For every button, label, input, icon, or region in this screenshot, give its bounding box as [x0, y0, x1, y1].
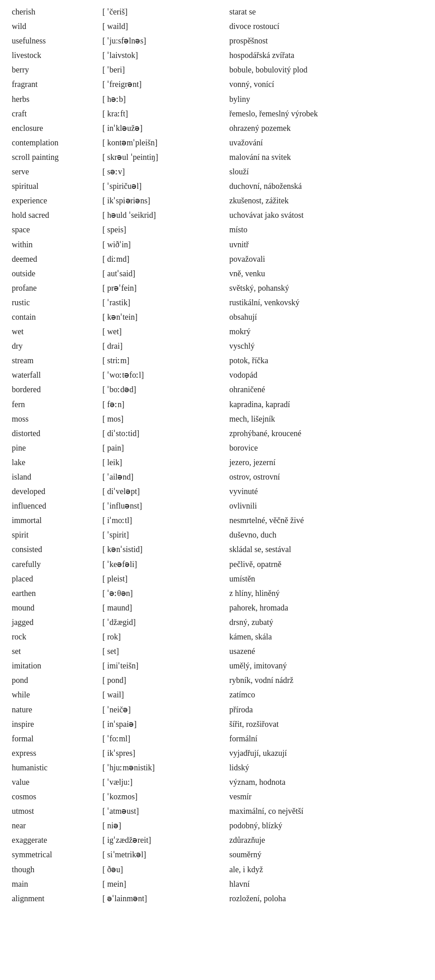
word-cell: fern	[9, 397, 100, 412]
table-row: formal[ ˈfoːml]formální	[9, 731, 426, 746]
table-row: humanistic[ ˈhjuːmənistik]lidský	[9, 760, 426, 775]
word-cell: within	[9, 237, 100, 252]
table-row: serve[ səːv]slouží	[9, 164, 426, 179]
word-cell: carefully	[9, 557, 100, 572]
translation-cell: vyschlý	[227, 339, 426, 353]
word-cell: hold sacred	[9, 208, 100, 222]
table-row: enclosure[ inˈkləužə]ohrazený pozemek	[9, 121, 426, 135]
table-row: wild[ waild]divoce rostoucí	[9, 19, 426, 34]
translation-cell: rybník, vodní nádrž	[227, 673, 426, 687]
pronunciation-cell: [ drai]	[100, 339, 227, 353]
word-cell: moss	[9, 412, 100, 426]
table-row: cherish[ ˈčeriš]starat se	[9, 5, 426, 19]
translation-cell: divoce rostoucí	[227, 19, 426, 34]
table-row: utmost[ ˈatməust]maximální, co největší	[9, 804, 426, 818]
translation-cell: duchovní, náboženská	[227, 179, 426, 193]
table-row: set[ set]usazené	[9, 644, 426, 658]
translation-cell: podobný, blízký	[227, 818, 426, 833]
word-cell: developed	[9, 484, 100, 499]
pronunciation-cell: [ ˈwoːtəfoːl]	[100, 368, 227, 382]
pronunciation-cell: [ ˈvælju:]	[100, 775, 227, 789]
translation-cell: z hlíny, hliněný	[227, 586, 426, 600]
pronunciation-cell: [ ˈspiričuəl]	[100, 179, 227, 193]
word-cell: distorted	[9, 426, 100, 441]
pronunciation-cell: [ iˈmoːtl]	[100, 513, 227, 528]
table-row: mound[ maund]pahorek, hromada	[9, 600, 426, 615]
translation-cell: maximální, co největší	[227, 804, 426, 818]
pronunciation-cell: [ striːm]	[100, 353, 227, 368]
word-cell: cosmos	[9, 789, 100, 804]
pronunciation-cell: [ inˈkləužə]	[100, 121, 227, 135]
pronunciation-cell: [ diːmd]	[100, 252, 227, 266]
pronunciation-cell: [ ˈəːθən]	[100, 586, 227, 600]
table-row: wet[ wet]mokrý	[9, 324, 426, 339]
table-row: rock[ rok]kámen, skála	[9, 629, 426, 644]
table-row: immortal[ iˈmoːtl]nesmrtelné, věčně živé	[9, 513, 426, 528]
table-row: spiritual[ ˈspiričuəl]duchovní, nábožens…	[9, 179, 426, 193]
word-cell: though	[9, 862, 100, 877]
translation-cell: vonný, vonící	[227, 77, 426, 91]
translation-cell: duševno, duch	[227, 528, 426, 542]
pronunciation-cell: [ mein]	[100, 877, 227, 891]
word-cell: earthen	[9, 586, 100, 600]
word-cell: exaggerate	[9, 833, 100, 847]
table-row: dry[ drai]vyschlý	[9, 339, 426, 353]
translation-cell: starat se	[227, 5, 426, 19]
translation-cell: mokrý	[227, 324, 426, 339]
translation-cell: umělý, imitovaný	[227, 658, 426, 673]
table-row: earthen[ ˈəːθən]z hlíny, hliněný	[9, 586, 426, 600]
table-row: pine[ pain]borovice	[9, 441, 426, 455]
translation-cell: uvažování	[227, 135, 426, 150]
pronunciation-cell: [ fəːn]	[100, 397, 227, 412]
word-cell: usefulness	[9, 34, 100, 48]
word-cell: near	[9, 818, 100, 833]
pronunciation-cell: [ pond]	[100, 673, 227, 687]
translation-cell: místo	[227, 222, 426, 237]
table-row: inspire[ inˈspaiə]šířit, rozšiřovat	[9, 717, 426, 731]
table-row: hold sacred[ həuld ˈseikrid]uchovávat ja…	[9, 208, 426, 222]
word-cell: nature	[9, 702, 100, 717]
pronunciation-cell: [ rok]	[100, 629, 227, 644]
table-row: usefulness[ ˈju:sfəlnəs]prospěšnost	[9, 34, 426, 48]
word-cell: consisted	[9, 542, 100, 557]
pronunciation-cell: [ ˈčeriš]	[100, 5, 227, 19]
translation-cell: považovali	[227, 252, 426, 266]
word-cell: symmetrical	[9, 847, 100, 862]
pronunciation-cell: [ waild]	[100, 19, 227, 34]
table-row: cosmos[ ˈkozmos]vesmír	[9, 789, 426, 804]
translation-cell: uvnitř	[227, 237, 426, 252]
translation-cell: rustikální, venkovský	[227, 295, 426, 310]
pronunciation-cell: [ inˈspaiə]	[100, 717, 227, 731]
translation-cell: ohraničené	[227, 382, 426, 397]
table-row: pond[ pond]rybník, vodní nádrž	[9, 673, 426, 687]
translation-cell: nesmrtelné, věčně živé	[227, 513, 426, 528]
vocabulary-table: cherish[ ˈčeriš]starat sewild[ waild]div…	[9, 5, 426, 906]
word-cell: wet	[9, 324, 100, 339]
translation-cell: vyjadřují, ukazují	[227, 746, 426, 760]
pronunciation-cell: [ wiðˈin]	[100, 237, 227, 252]
pronunciation-cell: [ set]	[100, 644, 227, 658]
word-cell: scroll painting	[9, 150, 100, 164]
table-row: herbs[ həːb]byliny	[9, 92, 426, 106]
pronunciation-cell: [ mos]	[100, 412, 227, 426]
word-cell: main	[9, 877, 100, 891]
word-cell: contain	[9, 310, 100, 324]
pronunciation-cell: [ əˈlainmənt]	[100, 891, 227, 906]
word-cell: while	[9, 687, 100, 702]
word-cell: express	[9, 746, 100, 760]
word-cell: jagged	[9, 615, 100, 629]
pronunciation-cell: [ ðəu]	[100, 862, 227, 877]
translation-cell: borovice	[227, 441, 426, 455]
word-cell: island	[9, 470, 100, 484]
table-row: exaggerate[ igˈzædžəreit]zdůrazňuje	[9, 833, 426, 847]
table-row: craft[ kraːft]řemeslo, řemeslný výrobek	[9, 106, 426, 121]
pronunciation-cell: [ ˈboːdəd]	[100, 382, 227, 397]
word-cell: herbs	[9, 92, 100, 106]
translation-cell: skládal se, sestával	[227, 542, 426, 557]
translation-cell: lidský	[227, 760, 426, 775]
pronunciation-cell: [ kənˈtein]	[100, 310, 227, 324]
word-cell: craft	[9, 106, 100, 121]
table-row: value[ ˈvælju:]význam, hodnota	[9, 775, 426, 789]
table-row: while[ wail]zatímco	[9, 687, 426, 702]
table-row: spirit[ ˈspirit]duševno, duch	[9, 528, 426, 542]
